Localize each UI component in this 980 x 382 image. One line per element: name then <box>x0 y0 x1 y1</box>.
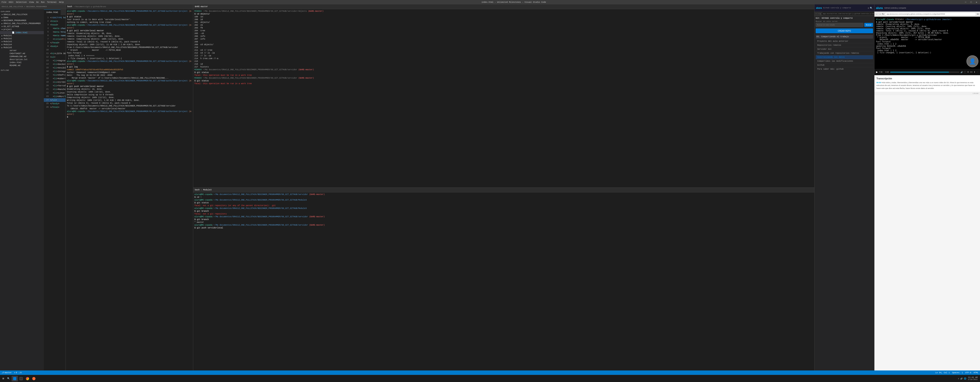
editor-tabs[interactable]: index.html <box>44 9 65 15</box>
menu-file[interactable]: File <box>2 1 6 3</box>
search-input[interactable] <box>816 23 864 27</box>
folder-os-git[interactable]: OS_GIT_GITHUB <box>0 25 44 28</box>
more-options-icon[interactable]: ⋯ <box>977 71 978 73</box>
folder-project[interactable]: project <box>0 28 44 31</box>
maximize-button[interactable]: □ <box>969 0 973 4</box>
minimize-button[interactable]: ─ <box>964 0 967 4</box>
search-icon[interactable]: 🔍 <box>870 7 873 10</box>
folder-server[interactable]: server <box>0 49 44 52</box>
at-line-9: 8d2ee39..e0a6456 master -> servidorlocal… <box>876 38 978 41</box>
browser-url-bar[interactable]: app.aluracursos.com/course/git-y-github-… <box>885 12 976 16</box>
folder-module4[interactable]: Module4 <box>0 43 44 46</box>
refresh-icon[interactable]: ↻ <box>820 13 821 15</box>
volume-icon[interactable]: 🔊 <box>961 71 963 73</box>
status-errors[interactable]: ✕ 0 ⚠ 0 <box>14 371 22 374</box>
status-format[interactable]: HTML <box>974 372 978 374</box>
taskbar-chrome[interactable] <box>24 376 31 381</box>
folder-module2[interactable]: Module2 <box>0 37 44 40</box>
browser-bookmark[interactable]: ★ <box>977 13 979 15</box>
menu-terminal[interactable]: Terminal <box>47 1 57 3</box>
terminal-2-content[interactable]: MIN664 ~/Ma documentos/ORACLE_ONE_FULLST… <box>193 9 814 187</box>
menu-item-compartimos[interactable]: Compartimos las modificaciones <box>816 59 873 63</box>
menu-item-para-saber[interactable]: Para saber más: github <box>816 67 873 71</box>
create-repo-button[interactable]: CREAR REPO <box>816 29 873 33</box>
file-readme[interactable]: README.md <box>0 64 44 67</box>
browser-nav[interactable]: ← → ↻ app.aluracursos.com/course/git-y-g… <box>875 11 980 17</box>
file-index-html-active[interactable]: 📄 index.html <box>0 31 44 34</box>
status-git[interactable]: ⎇ master <box>2 371 12 374</box>
status-position[interactable]: Ln 54, Col 1 <box>935 372 950 374</box>
alura-header-controls[interactable]: ⚙ 🔍 <box>868 7 873 10</box>
section-03[interactable]: 03. Compartiendo el trabajo <box>816 35 873 39</box>
taskbar-terminal[interactable] <box>18 376 24 381</box>
back-button[interactable]: ← <box>816 13 817 15</box>
menu-bar[interactable]: File Edit Selection View Go Run Terminal… <box>2 1 64 3</box>
terminal-3-content[interactable]: alura@MC-copada:~/Ma documentos/ORACLE_O… <box>193 192 814 371</box>
menu-run[interactable]: Run <box>41 1 45 3</box>
file-description[interactable]: description.txt <box>0 58 44 61</box>
t3-err1: fatal: not a git repository (or any of t… <box>194 204 813 207</box>
file-index-html[interactable]: index.html <box>0 61 44 64</box>
terminal-3-tabbar[interactable]: bash - Module3 <box>193 188 814 192</box>
git-branch-label: master <box>5 372 12 374</box>
video-controls-bar[interactable]: ▶ 7:30 / 8:45 🔊 ⛶ ⚙ CC ⬇ ⋯ <box>875 69 980 75</box>
alura-url-row[interactable]: ← → ↻ app.aluracursos.com/course/git-y-g… <box>815 11 874 16</box>
browser-back[interactable]: ← <box>876 13 878 16</box>
folder-beginner[interactable]: BEGINNER_PROGRAMMER <box>0 19 44 22</box>
terminal-1-tabbar[interactable]: bash ~/Documents/git-y-github/Bruno <box>66 5 193 9</box>
editor-content[interactable]: 1<!DOCTYPE html> 2<html> 3<head> 4 <meta… <box>44 15 65 371</box>
browser-refresh[interactable]: ↻ <box>882 13 884 16</box>
vscode-breadcrumb: ORACLE_ONE_FULLSTACK > BEGINNER_PROGRAMM… <box>2 6 47 8</box>
menu-go[interactable]: Go <box>36 1 39 3</box>
t1-line-28: Counting objects: 100% (16/18), done. <box>67 91 192 94</box>
file-cheatsheet[interactable]: CHEATSHEET.md <box>0 52 44 55</box>
browser-forward[interactable]: → <box>879 13 881 16</box>
menu-view[interactable]: View <box>29 1 34 3</box>
code-editor[interactable]: index.html 1<!DOCTYPE html> 2<html> 3<he… <box>44 9 65 371</box>
taskbar-vscode[interactable] <box>11 376 18 381</box>
menu-help[interactable]: Help <box>59 1 64 3</box>
terminal-1-content[interactable]: alura@MC-copada:~/Documents/ORACLE_ONE_F… <box>66 9 193 371</box>
fullscreen-icon[interactable]: ⛶ <box>964 71 966 73</box>
forward-button[interactable]: → <box>818 13 819 15</box>
url-bar[interactable]: app.aluracursos.com/course/git-y-github-… <box>822 12 874 15</box>
window-controls[interactable]: ─ □ ✕ <box>964 0 978 4</box>
folder-module3[interactable]: Module3 <box>0 40 44 43</box>
taskbar-firefox[interactable] <box>31 376 37 381</box>
video-progress-bar[interactable] <box>890 72 959 73</box>
menu-item-github[interactable]: Github <box>816 63 873 67</box>
menu-selection[interactable]: Selection <box>16 1 27 3</box>
settings-icon[interactable]: ⚙ <box>868 7 869 10</box>
code-line-16: 16 <li>Integración Continua: Madurez y P… <box>44 70 65 73</box>
status-spaces[interactable]: Spaces: 1 <box>952 372 963 374</box>
folder-oracle[interactable]: ORACLE_ONE_FULLSTACK <box>0 13 44 16</box>
caption-icon[interactable]: CC <box>970 71 973 73</box>
alura-terminal-prompt: AluragMC-Copada MINGW64 ~/Documents/git-… <box>876 18 978 21</box>
close-button[interactable]: ✕ <box>975 0 978 4</box>
t1-line-2: $ git status <box>67 16 192 18</box>
folder-module1[interactable]: Module1 <box>0 34 44 37</box>
video-settings-icon[interactable]: ⚙ <box>967 71 969 73</box>
download-icon[interactable]: ⬇ <box>974 71 975 73</box>
tab-index-html[interactable]: index.html <box>44 10 61 15</box>
file-commandline[interactable]: COMMANDLINE.md <box>0 55 44 58</box>
file-explorer[interactable]: EXPLORER ORACLE_ONE_FULLSTACK Emma BEGIN… <box>0 9 44 371</box>
t1-line-15: Fast-forward <box>67 52 192 54</box>
menu-item-repositorios[interactable]: Repositorios remotos <box>816 43 873 48</box>
menu-edit[interactable]: Edit <box>9 1 14 3</box>
search-taskbar-button[interactable]: 🔍 <box>6 376 11 381</box>
menu-item-proyecto[interactable]: Proyecto del aula anterior <box>816 40 873 43</box>
menu-item-trabajando[interactable]: Trabajando con repositorios remotos <box>816 51 873 55</box>
folder-module5[interactable]: Module5 <box>0 46 44 49</box>
t2-out2: 200 id <box>194 18 813 21</box>
start-button[interactable]: ⊞ <box>1 376 6 381</box>
folder-emma[interactable]: Emma <box>0 16 44 19</box>
menu-item-sincronizando[interactable]: Sincronizando los datos <box>816 55 873 59</box>
status-encoding[interactable]: UTF-8 <box>965 372 971 374</box>
menu-item-servidor[interactable]: Servidor Git <box>816 48 873 51</box>
terminal-2-label: BARE-master <box>195 6 208 8</box>
folder-oracle-programmer[interactable]: ORACLE_ONE_FULLSTACK_PROGRAMMER <box>0 22 44 25</box>
search-button[interactable]: Buscar <box>864 23 873 27</box>
terminal-2-tabbar[interactable]: BARE-master <box>193 5 814 9</box>
play-button[interactable]: ▶ <box>876 71 878 73</box>
